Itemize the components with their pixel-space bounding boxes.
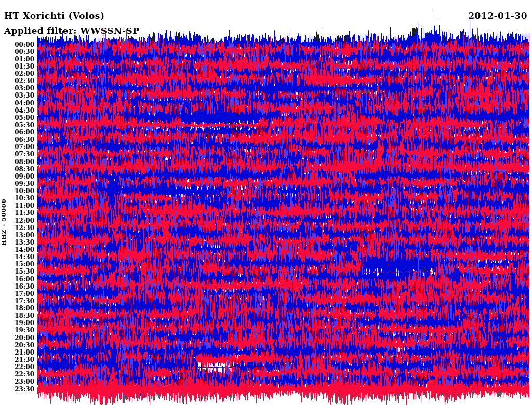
time-label-18:30: 18:30	[7, 313, 34, 319]
time-label-17:30: 17:30	[7, 298, 34, 305]
time-label-15:30: 15:30	[7, 268, 34, 275]
time-label-12:30: 12:30	[7, 225, 34, 232]
time-label-13:30: 13:30	[7, 239, 34, 246]
time-label-08:30: 08:30	[7, 166, 34, 173]
time-label-03:30: 03:30	[7, 92, 34, 99]
time-label-18:00: 18:00	[7, 305, 34, 312]
time-label-10:00: 10:00	[7, 188, 34, 195]
time-label-22:30: 22:30	[7, 371, 34, 378]
time-label-21:00: 21:00	[7, 349, 34, 356]
time-label-16:30: 16:30	[7, 284, 34, 290]
time-label-03:00: 03:00	[7, 85, 34, 92]
time-label-10:30: 10:30	[7, 195, 34, 202]
time-label-07:30: 07:30	[7, 151, 34, 158]
time-label-13:00: 13:00	[7, 232, 34, 239]
time-axis: 00:0000:3001:0001:3002:0002:3003:0003:30…	[7, 0, 34, 405]
time-label-09:30: 09:30	[7, 181, 34, 187]
time-label-23:00: 23:00	[7, 379, 34, 385]
helicorder-traces	[0, 0, 532, 405]
time-label-06:30: 06:30	[7, 137, 34, 143]
time-label-19:00: 19:00	[7, 320, 34, 327]
plot-date: 2012-01-30	[468, 10, 527, 21]
time-label-04:00: 04:00	[7, 100, 34, 107]
time-label-20:00: 20:00	[7, 335, 34, 342]
time-label-14:30: 14:30	[7, 254, 34, 261]
time-label-00:00: 00:00	[7, 42, 34, 48]
time-label-01:00: 01:00	[7, 56, 34, 63]
time-label-00:30: 00:30	[7, 49, 34, 56]
time-label-11:30: 11:30	[7, 210, 34, 217]
time-label-05:00: 05:00	[7, 115, 34, 122]
time-label-17:00: 17:00	[7, 291, 34, 298]
time-label-02:00: 02:00	[7, 71, 34, 77]
time-label-14:00: 14:00	[7, 247, 34, 253]
time-label-01:30: 01:30	[7, 63, 34, 70]
time-label-19:30: 19:30	[7, 327, 34, 334]
time-label-12:00: 12:00	[7, 218, 34, 224]
time-label-08:00: 08:00	[7, 159, 34, 166]
time-label-11:00: 11:00	[7, 203, 34, 209]
y-axis-scale-label: HHZ - 50000	[1, 196, 7, 246]
time-label-06:00: 06:00	[7, 129, 34, 136]
time-label-16:00: 16:00	[7, 276, 34, 283]
time-label-23:30: 23:30	[7, 386, 34, 393]
time-label-04:30: 04:30	[7, 107, 34, 114]
time-label-15:00: 15:00	[7, 261, 34, 268]
time-label-05:30: 05:30	[7, 122, 34, 129]
time-label-21:30: 21:30	[7, 357, 34, 363]
time-label-20:30: 20:30	[7, 342, 34, 349]
time-label-22:00: 22:00	[7, 364, 34, 371]
time-label-09:00: 09:00	[7, 173, 34, 180]
time-label-07:00: 07:00	[7, 144, 34, 151]
time-label-02:30: 02:30	[7, 78, 34, 85]
